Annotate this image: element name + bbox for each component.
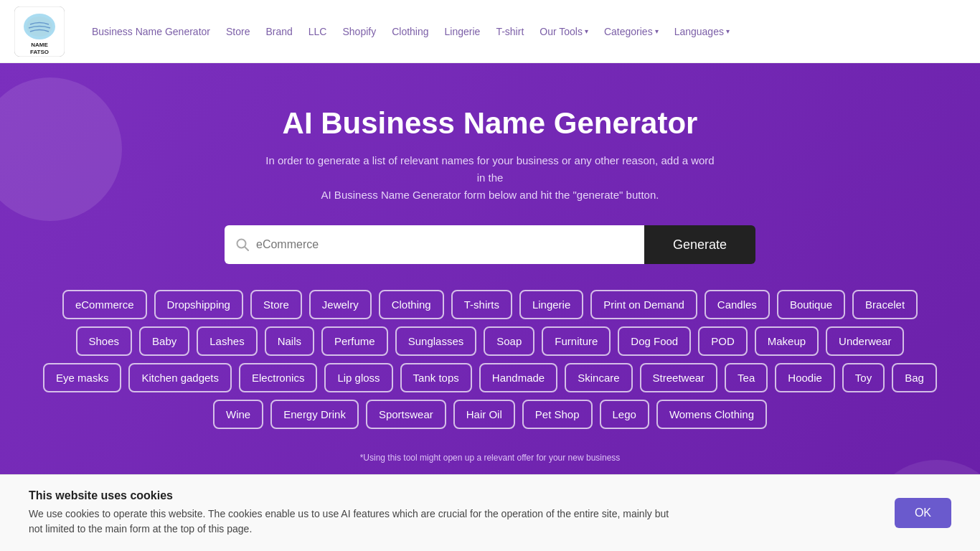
nav-llc[interactable]: LLC bbox=[303, 22, 333, 42]
svg-text:FATSO: FATSO bbox=[30, 49, 49, 55]
tag-underwear[interactable]: Underwear bbox=[826, 326, 904, 356]
nav-business-name-generator[interactable]: Business Name Generator bbox=[86, 22, 216, 42]
cookie-banner: This website uses cookies We use cookies… bbox=[0, 474, 980, 551]
hero-title: AI Business Name Generator bbox=[14, 106, 966, 141]
tag-nails[interactable]: Nails bbox=[265, 326, 314, 356]
tag-clothing[interactable]: Clothing bbox=[379, 290, 444, 319]
footnote-1: *Using this tool might open up a relevan… bbox=[260, 451, 720, 466]
tag-toy[interactable]: Toy bbox=[842, 363, 885, 392]
tag-lingerie[interactable]: Lingerie bbox=[519, 290, 583, 319]
nav-tshirt[interactable]: T-shirt bbox=[490, 22, 529, 42]
our-tools-chevron-icon: ▾ bbox=[585, 27, 588, 35]
nav-lingerie[interactable]: Lingerie bbox=[439, 22, 486, 42]
tag-eye-masks[interactable]: Eye masks bbox=[43, 363, 121, 392]
tag-sunglasses[interactable]: Sunglasses bbox=[395, 326, 477, 356]
cookie-text: This website uses cookies We use cookies… bbox=[29, 489, 866, 537]
logo[interactable]: NAME FATSO bbox=[14, 6, 65, 57]
nav-our-tools[interactable]: Our Tools ▾ bbox=[534, 22, 594, 42]
tag-streetwear[interactable]: Streetwear bbox=[640, 363, 718, 392]
deco-circle-left bbox=[0, 77, 122, 221]
tag-makeup[interactable]: Makeup bbox=[755, 326, 819, 356]
tag-womens-clothing[interactable]: Womens Clothing bbox=[656, 400, 767, 429]
tag-electronics[interactable]: Electronics bbox=[239, 363, 317, 392]
tag-handmade[interactable]: Handmade bbox=[479, 363, 557, 392]
cookie-description: We use cookies to operate this website. … bbox=[29, 507, 674, 537]
tag-candles[interactable]: Candles bbox=[705, 290, 770, 319]
tag-lashes[interactable]: Lashes bbox=[197, 326, 257, 356]
tag-jewelry[interactable]: Jewelry bbox=[309, 290, 372, 319]
tag-skincare[interactable]: Skincare bbox=[565, 363, 632, 392]
nav-shopify[interactable]: Shopify bbox=[336, 22, 382, 42]
tags-container: eCommerceDropshippingStoreJewelryClothin… bbox=[31, 290, 949, 429]
search-box: Generate bbox=[225, 225, 755, 264]
tag-t-shirts[interactable]: T-shirts bbox=[451, 290, 512, 319]
tag-lego[interactable]: Lego bbox=[600, 400, 649, 429]
languages-chevron-icon: ▾ bbox=[726, 27, 730, 35]
generate-button[interactable]: Generate bbox=[644, 225, 755, 264]
tag-boutique[interactable]: Boutique bbox=[777, 290, 845, 319]
tag-bag[interactable]: Bag bbox=[892, 363, 937, 392]
tag-tea[interactable]: Tea bbox=[725, 363, 768, 392]
tag-lip-gloss[interactable]: Lip gloss bbox=[324, 363, 392, 392]
header: NAME FATSO Business Name Generator Store… bbox=[0, 0, 980, 63]
svg-line-6 bbox=[245, 247, 248, 250]
nav-clothing[interactable]: Clothing bbox=[386, 22, 434, 42]
cookie-title: This website uses cookies bbox=[29, 489, 866, 502]
tag-furniture[interactable]: Furniture bbox=[542, 326, 611, 356]
nav-languages[interactable]: Languages ▾ bbox=[669, 22, 735, 42]
categories-chevron-icon: ▾ bbox=[655, 27, 659, 35]
hero-description: In order to generate a list of relevant … bbox=[260, 152, 720, 204]
search-icon bbox=[236, 238, 249, 251]
tag-dropshipping[interactable]: Dropshipping bbox=[154, 290, 243, 319]
tag-print-on-demand[interactable]: Print on Demand bbox=[590, 290, 697, 319]
tag-pet-shop[interactable]: Pet Shop bbox=[522, 400, 593, 429]
tag-soap[interactable]: Soap bbox=[484, 326, 534, 356]
tag-pod[interactable]: POD bbox=[698, 326, 748, 356]
cookie-ok-button[interactable]: OK bbox=[895, 498, 951, 528]
search-input[interactable] bbox=[256, 225, 633, 264]
tag-hair-oil[interactable]: Hair Oil bbox=[453, 400, 515, 429]
nav-brand[interactable]: Brand bbox=[260, 22, 298, 42]
tag-bracelet[interactable]: Bracelet bbox=[852, 290, 918, 319]
search-input-wrap bbox=[225, 225, 644, 264]
tag-shoes[interactable]: Shoes bbox=[76, 326, 133, 356]
tag-wine[interactable]: Wine bbox=[213, 400, 263, 429]
tag-dog-food[interactable]: Dog Food bbox=[618, 326, 691, 356]
tag-baby[interactable]: Baby bbox=[139, 326, 189, 356]
tag-perfume[interactable]: Perfume bbox=[321, 326, 388, 356]
tag-tank-tops[interactable]: Tank tops bbox=[400, 363, 472, 392]
tag-ecommerce[interactable]: eCommerce bbox=[62, 290, 147, 319]
tag-kitchen-gadgets[interactable]: Kitchen gadgets bbox=[128, 363, 232, 392]
main-nav: Business Name Generator Store Brand LLC … bbox=[86, 22, 735, 42]
tag-energy-drink[interactable]: Energy Drink bbox=[270, 400, 359, 429]
svg-text:NAME: NAME bbox=[31, 42, 48, 48]
tag-hoodie[interactable]: Hoodie bbox=[775, 363, 835, 392]
tag-store[interactable]: Store bbox=[250, 290, 302, 319]
nav-store[interactable]: Store bbox=[220, 22, 255, 42]
tag-sportswear[interactable]: Sportswear bbox=[366, 400, 446, 429]
nav-categories[interactable]: Categories ▾ bbox=[598, 22, 664, 42]
